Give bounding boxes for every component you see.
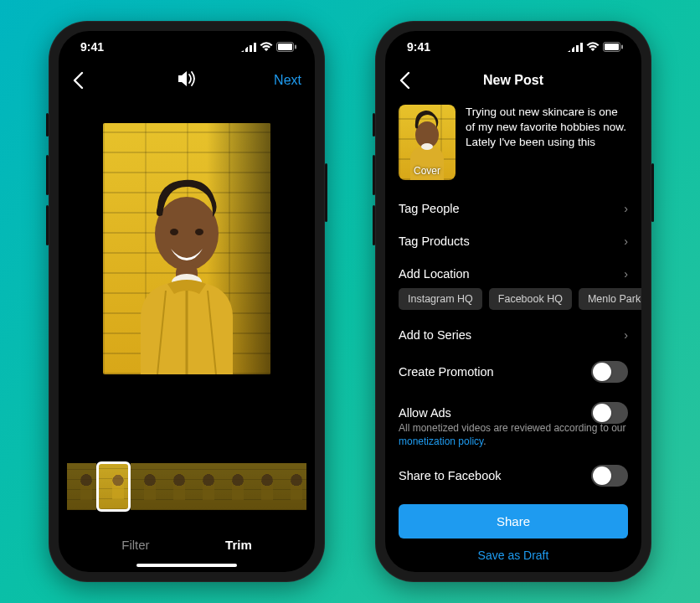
home-indicator[interactable]	[136, 564, 237, 567]
svg-rect-14	[576, 45, 579, 52]
svg-point-8	[170, 229, 178, 235]
notch	[450, 31, 576, 53]
status-icons	[241, 42, 296, 52]
bottom-tabs: Filter Trim	[59, 538, 315, 552]
toggle-share-facebook[interactable]	[591, 465, 628, 487]
row-label: Create Promotion	[399, 365, 494, 379]
person-illustration	[116, 173, 258, 374]
allow-ads-note: All monetized videos are reviewed accord…	[385, 422, 641, 455]
sound-icon[interactable]	[177, 70, 197, 88]
row-create-promotion: Create Promotion	[385, 351, 641, 392]
video-frame	[103, 123, 270, 374]
row-label: Add to Series	[399, 328, 471, 342]
caption-row: Cover Trying out new skincare is one of …	[385, 98, 641, 192]
row-label: Allow Ads	[399, 406, 451, 420]
svg-rect-2	[250, 45, 252, 52]
nav-bar: New Post	[385, 63, 641, 98]
svg-rect-18	[621, 45, 623, 49]
row-add-location[interactable]: Add Location ›	[385, 257, 641, 290]
nav-bar: Next	[59, 63, 315, 98]
phone-right: 9:41 New Post C	[375, 21, 651, 582]
next-button[interactable]: Next	[274, 73, 301, 88]
save-draft-button[interactable]: Save as Draft	[385, 539, 641, 562]
location-chip[interactable]: Facebook HQ	[489, 288, 572, 310]
share-button[interactable]: Share	[399, 504, 628, 539]
back-chevron-icon[interactable]	[399, 71, 410, 90]
status-time: 9:41	[407, 40, 430, 54]
row-label: Share to Facebook	[399, 469, 502, 482]
cover-label: Cover	[399, 165, 456, 177]
tab-trim[interactable]: Trim	[225, 538, 252, 552]
notch	[124, 31, 250, 53]
location-chip[interactable]: Menlo Park, CA	[579, 288, 641, 310]
row-label: Tag People	[399, 202, 460, 215]
trim-thumb[interactable]	[277, 463, 306, 510]
screen-right: 9:41 New Post C	[385, 31, 641, 572]
phone-left: 9:41 Next	[49, 21, 325, 582]
svg-rect-15	[580, 43, 583, 52]
row-add-to-series[interactable]: Add to Series ›	[385, 318, 641, 351]
row-label: Add Location	[399, 267, 470, 281]
wifi-icon	[586, 42, 600, 52]
tab-filter[interactable]: Filter	[121, 538, 149, 552]
svg-point-9	[195, 229, 203, 235]
row-label: Tag Products	[399, 234, 470, 248]
battery-icon	[603, 42, 623, 52]
trim-thumb[interactable]	[248, 463, 277, 510]
svg-rect-17	[605, 44, 619, 50]
svg-rect-5	[278, 44, 292, 50]
trim-thumb[interactable]	[160, 463, 189, 510]
video-preview[interactable]	[59, 98, 315, 399]
status-time: 9:41	[80, 40, 104, 54]
location-chip[interactable]: Instagram HQ	[399, 288, 482, 310]
caption-input[interactable]: Trying out new skincare is one of my new…	[466, 105, 628, 180]
row-share-facebook: Share to Facebook	[385, 455, 641, 496]
chevron-right-icon: ›	[624, 328, 628, 342]
trim-thumb[interactable]	[219, 463, 248, 510]
chevron-right-icon: ›	[624, 234, 628, 248]
row-tag-products[interactable]: Tag Products ›	[385, 224, 641, 257]
trim-thumb[interactable]	[67, 463, 96, 510]
cover-thumb[interactable]: Cover	[399, 105, 456, 180]
battery-icon	[276, 42, 296, 52]
trim-strip[interactable]	[59, 463, 315, 510]
status-icons	[568, 42, 623, 52]
toggle-allow-ads[interactable]	[591, 402, 628, 424]
trim-thumb-selected[interactable]	[96, 461, 131, 512]
trim-thumb[interactable]	[189, 463, 219, 510]
screen-left: 9:41 Next	[59, 31, 315, 572]
chevron-right-icon: ›	[624, 267, 628, 281]
wifi-icon	[260, 42, 273, 52]
chevron-right-icon: ›	[624, 202, 628, 215]
toggle-create-promotion[interactable]	[591, 361, 628, 383]
svg-rect-6	[295, 45, 296, 49]
row-tag-people[interactable]: Tag People ›	[385, 192, 641, 224]
trim-thumb[interactable]	[131, 463, 160, 510]
location-suggestions: Instagram HQ Facebook HQ Menlo Park, CA	[385, 288, 641, 318]
svg-point-20	[421, 143, 433, 150]
svg-rect-3	[254, 43, 256, 52]
monetization-policy-link[interactable]: monetization policy	[399, 436, 483, 447]
back-chevron-icon[interactable]	[72, 71, 84, 90]
